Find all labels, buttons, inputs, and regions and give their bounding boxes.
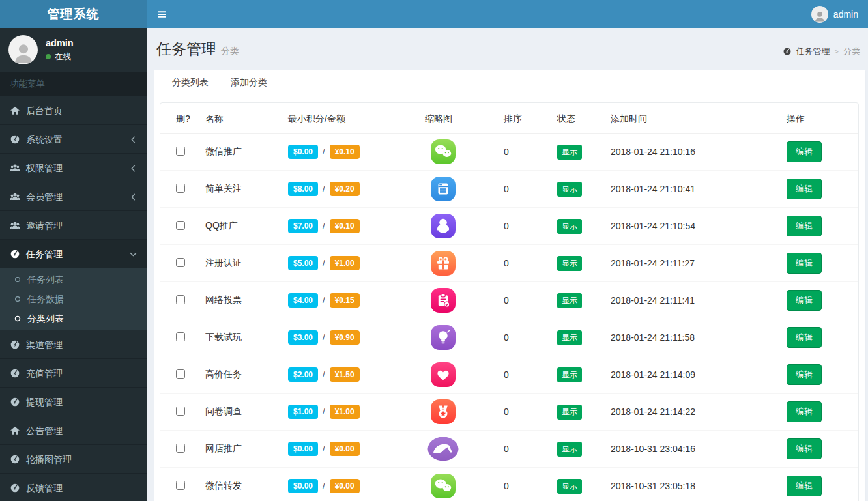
sidebar-item-channel-mgmt[interactable]: 渠道管理 <box>0 330 147 359</box>
home-icon <box>10 425 20 436</box>
edit-button[interactable]: 编辑 <box>787 216 822 236</box>
tab-bar: 分类列表添加分类 <box>154 70 865 94</box>
min-amount-badge: ¥0.10 <box>330 219 360 233</box>
gauge-icon <box>10 397 20 407</box>
created-time: 2018-10-31 23:04:16 <box>605 431 781 468</box>
table-row: 微信推广$0.00/¥0.100显示2018-01-24 21:10:16编辑 <box>160 134 858 171</box>
edit-button[interactable]: 编辑 <box>787 179 822 199</box>
category-name: 问卷调查 <box>200 394 283 431</box>
sidebar: admin 在线 功能菜单 后台首页系统设置权限管理会员管理邀请管理任务管理任务… <box>0 28 147 501</box>
min-amount-badge: ¥1.00 <box>330 405 360 419</box>
row-checkbox[interactable] <box>176 147 185 156</box>
users-icon <box>10 163 20 173</box>
row-checkbox[interactable] <box>176 184 185 193</box>
edit-button[interactable]: 编辑 <box>787 290 822 311</box>
row-checkbox[interactable] <box>176 369 185 379</box>
edit-button[interactable]: 编辑 <box>787 476 822 496</box>
tab-category-list[interactable]: 分类列表 <box>161 70 220 94</box>
created-time: 2018-01-24 21:14:22 <box>605 394 781 431</box>
sidebar-subitem-task-list[interactable]: 任务列表 <box>0 270 147 289</box>
edit-button[interactable]: 编辑 <box>787 364 822 385</box>
category-name: 下载试玩 <box>200 319 283 356</box>
sort-value: 0 <box>499 356 552 394</box>
table-row: QQ推广$7.00/¥0.100显示2018-01-24 21:10:54编辑 <box>160 208 858 245</box>
column-header: 缩略图 <box>420 103 499 134</box>
content-area: 任务管理分类 任务管理 > 分类 分类列表添加分类 删?名称最小积分/金额缩略图… <box>147 28 868 501</box>
sidebar-item-invite-mgmt[interactable]: 邀请管理 <box>0 211 147 240</box>
tab-add-category[interactable]: 添加分类 <box>220 70 278 94</box>
min-points-badge: $4.00 <box>288 293 318 308</box>
chevron-down-icon <box>129 250 137 259</box>
edit-button[interactable]: 编辑 <box>787 327 822 348</box>
sidebar-item-label: 任务管理 <box>26 248 63 261</box>
edit-button[interactable]: 编辑 <box>787 141 822 162</box>
sidebar-item-dashboard-home[interactable]: 后台首页 <box>0 96 147 125</box>
gauge-icon <box>10 249 20 259</box>
row-checkbox[interactable] <box>176 407 185 416</box>
breadcrumb-task-mgmt[interactable]: 任务管理 <box>796 46 830 57</box>
min-points-badge: $2.00 <box>288 367 318 382</box>
row-checkbox[interactable] <box>176 258 185 267</box>
sidebar-item-task-mgmt[interactable]: 任务管理 <box>0 240 147 268</box>
created-time: 2018-01-24 21:11:58 <box>605 319 781 356</box>
created-time: 2018-01-24 21:10:16 <box>605 134 781 171</box>
sidebar-item-permission-mgmt[interactable]: 权限管理 <box>0 154 147 182</box>
sidebar-item-member-mgmt[interactable]: 会员管理 <box>0 182 147 211</box>
qq-thumbnail-icon <box>430 213 456 239</box>
column-header: 操作 <box>781 103 858 134</box>
sidebar-subitem-category-list[interactable]: 分类列表 <box>0 309 147 328</box>
row-checkbox[interactable] <box>176 295 185 304</box>
row-checkbox[interactable] <box>176 221 185 230</box>
sidebar-item-label: 权限管理 <box>26 162 63 175</box>
status-badge: 显示 <box>557 293 582 308</box>
table-row: 下载试玩$3.00/¥0.900显示2018-01-24 21:11:58编辑 <box>160 319 858 356</box>
users-icon <box>10 192 20 202</box>
column-header: 状态 <box>552 103 605 134</box>
edit-button[interactable]: 编辑 <box>787 401 822 422</box>
navbar-avatar <box>811 6 828 23</box>
category-name: 注册认证 <box>200 245 283 282</box>
sidebar-item-announcement-mgmt[interactable]: 公告管理 <box>0 416 147 445</box>
category-name: 微信推广 <box>200 134 283 171</box>
min-amount-badge: ¥0.90 <box>330 330 360 345</box>
chevron-left-icon <box>129 193 137 201</box>
min-points-badge: $1.00 <box>288 405 318 419</box>
navbar-username: admin <box>833 9 858 20</box>
sidebar-submenu: 任务列表任务数据分类列表 <box>0 268 147 330</box>
edit-button[interactable]: 编辑 <box>787 438 822 459</box>
row-checkbox[interactable] <box>176 481 185 490</box>
sidebar-item-label: 提现管理 <box>26 395 63 408</box>
status-badge: 显示 <box>557 442 582 457</box>
medal-thumbnail-icon <box>430 399 456 425</box>
gauge-icon <box>10 483 20 493</box>
created-time: 2018-01-24 21:10:54 <box>605 208 781 245</box>
edit-button[interactable]: 编辑 <box>787 253 822 274</box>
min-points-badge: $8.00 <box>288 182 318 196</box>
min-points-badge: $0.00 <box>288 145 318 159</box>
table-row: 简单关注$8.00/¥0.200显示2018-01-24 21:10:41编辑 <box>160 171 858 208</box>
row-checkbox[interactable] <box>176 332 185 341</box>
sidebar-item-carousel-mgmt[interactable]: 轮播图管理 <box>0 445 147 474</box>
content-header: 任务管理分类 任务管理 > 分类 <box>147 28 868 70</box>
sidebar-subitem-task-data[interactable]: 任务数据 <box>0 289 147 309</box>
sidebar-toggle-button[interactable] <box>156 7 168 21</box>
sidebar-item-system-settings[interactable]: 系统设置 <box>0 125 147 154</box>
row-checkbox[interactable] <box>176 444 185 453</box>
sidebar-user-panel: admin 在线 <box>0 28 147 72</box>
sidebar-item-label: 邀请管理 <box>26 219 63 232</box>
sidebar-item-label: 会员管理 <box>26 190 63 203</box>
status-badge: 显示 <box>557 367 582 382</box>
sidebar-item-feedback-mgmt[interactable]: 反馈管理 <box>0 474 147 501</box>
app-logo[interactable]: 管理系统 <box>0 0 147 28</box>
slash-separator: / <box>323 184 325 193</box>
slash-separator: / <box>323 147 325 156</box>
sidebar-item-label: 反馈管理 <box>26 481 63 494</box>
breadcrumb-category: 分类 <box>843 46 860 57</box>
gauge-icon <box>10 134 20 145</box>
sidebar-item-withdraw-mgmt[interactable]: 提现管理 <box>0 388 147 416</box>
breadcrumb-separator: > <box>835 48 839 55</box>
circle-icon <box>14 315 22 322</box>
sidebar-item-recharge-mgmt[interactable]: 充值管理 <box>0 359 147 388</box>
navbar-user-menu[interactable]: admin <box>811 6 858 23</box>
sidebar-subitem-label: 任务列表 <box>27 273 64 286</box>
